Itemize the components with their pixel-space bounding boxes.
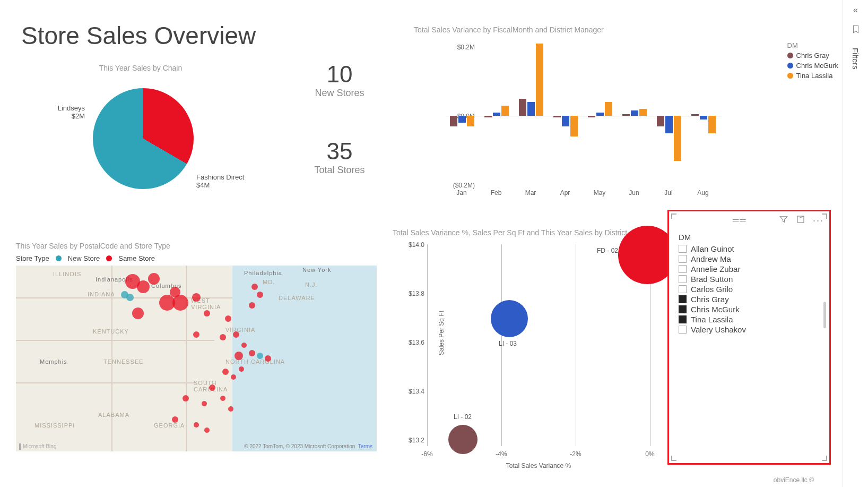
slicer-item[interactable]: Brad Sutton <box>679 274 820 284</box>
map-bubble[interactable] <box>239 366 244 372</box>
slicer-item[interactable]: Valery Ushakov <box>679 324 820 335</box>
bar[interactable] <box>622 114 630 116</box>
map-bubble[interactable] <box>209 385 215 391</box>
map-bubble[interactable] <box>192 293 201 302</box>
bar[interactable] <box>588 116 595 117</box>
map-bubble[interactable] <box>257 353 263 359</box>
bar[interactable] <box>450 116 457 126</box>
checkbox[interactable] <box>679 255 687 263</box>
map-bubble[interactable] <box>220 396 225 401</box>
map-bubble[interactable] <box>249 350 255 356</box>
slicer-item[interactable]: Carlos Grilo <box>679 284 820 294</box>
slicer-item[interactable]: Annelie Zubar <box>679 264 820 274</box>
slicer-item[interactable]: Chris McGurk <box>679 304 820 314</box>
bar[interactable] <box>553 116 561 117</box>
pie-chart[interactable]: This Year Sales by Chain Lindseys$2M Fas… <box>21 64 260 205</box>
map-terms-link[interactable]: Terms <box>358 443 372 449</box>
bar[interactable] <box>570 116 578 136</box>
city-label: Memphis <box>40 358 67 365</box>
bar-xlabel: Jun <box>618 189 650 196</box>
checkbox[interactable] <box>679 275 687 283</box>
map-bubble[interactable] <box>126 294 134 301</box>
kpi-total-stores[interactable]: 35 Total Stores <box>297 138 382 176</box>
map-bubble[interactable] <box>241 343 247 348</box>
bar[interactable] <box>657 116 664 126</box>
slicer-item[interactable]: Andrew Ma <box>679 254 820 264</box>
map-bubble[interactable] <box>204 310 210 317</box>
map-bubble[interactable] <box>233 331 239 338</box>
bar[interactable] <box>484 116 492 117</box>
bar[interactable] <box>536 44 543 116</box>
filters-pane-label[interactable]: Filters <box>851 48 860 70</box>
map-bubble[interactable] <box>193 331 199 338</box>
resize-handle[interactable] <box>671 213 676 219</box>
bar[interactable] <box>674 116 681 161</box>
bar[interactable] <box>596 113 604 116</box>
resize-handle[interactable] <box>822 456 827 461</box>
bar[interactable] <box>631 110 638 116</box>
scatter-chart[interactable]: Total Sales Variance %, Sales Per Sq Ft … <box>393 228 658 462</box>
map-bubble[interactable] <box>265 355 271 362</box>
kpi-new-stores[interactable]: 10 New Stores <box>297 61 382 99</box>
bar[interactable] <box>700 116 707 119</box>
map-visual[interactable]: This Year Sales by PostalCode and Store … <box>16 242 377 465</box>
map-bubble[interactable] <box>137 280 150 293</box>
map-bubble[interactable] <box>194 422 199 428</box>
map-bubble[interactable] <box>148 273 160 285</box>
checkbox[interactable] <box>679 315 687 323</box>
map-canvas[interactable]: ILLINOIS Indianapolis INDIANA Columbus W… <box>16 266 377 451</box>
bubble-li02[interactable] <box>448 425 478 454</box>
legend-item-mcgurk[interactable]: Chris McGurk <box>787 62 838 70</box>
map-bubble[interactable] <box>220 334 226 340</box>
resize-handle[interactable] <box>822 213 827 219</box>
focus-mode-icon[interactable] <box>796 215 805 226</box>
map-bubble[interactable] <box>235 352 243 360</box>
checkbox[interactable] <box>679 326 687 334</box>
resize-handle[interactable] <box>671 456 676 461</box>
map-bubble[interactable] <box>231 374 236 380</box>
filter-icon[interactable] <box>779 215 788 226</box>
slicer-item[interactable]: Allan Guinot <box>679 244 820 254</box>
bar[interactable] <box>501 106 509 116</box>
legend-item-lassila[interactable]: Tina Lassila <box>787 72 838 80</box>
map-bubble[interactable] <box>257 292 263 298</box>
bar[interactable] <box>493 113 500 116</box>
checkbox[interactable] <box>679 265 687 273</box>
scrollbar-thumb[interactable] <box>823 302 826 328</box>
dm-slicer[interactable]: ══ ··· DM Allan GuinotAndrew MaAnnelie Z… <box>667 210 831 465</box>
slicer-item[interactable]: Chris Gray <box>679 294 820 304</box>
bar[interactable] <box>458 116 466 123</box>
map-bubble[interactable] <box>132 307 144 319</box>
map-bubble[interactable] <box>228 406 233 412</box>
map-bubble[interactable] <box>183 395 189 401</box>
bar[interactable] <box>562 116 569 126</box>
map-bubble[interactable] <box>202 401 207 406</box>
checkbox[interactable] <box>679 285 687 293</box>
map-bubble[interactable] <box>225 315 231 322</box>
bar[interactable] <box>691 114 699 116</box>
bar[interactable] <box>665 116 673 133</box>
variance-bar-chart[interactable]: Total Sales Variance by FiscalMonth and … <box>414 25 753 190</box>
map-bubble[interactable] <box>249 302 255 309</box>
map-bubble[interactable] <box>251 284 258 290</box>
bar[interactable] <box>605 102 612 116</box>
checkbox[interactable] <box>679 295 687 303</box>
bar[interactable] <box>527 102 535 116</box>
checkbox[interactable] <box>679 305 687 313</box>
drag-handle-icon[interactable]: ══ <box>733 216 747 225</box>
bar[interactable] <box>519 99 526 116</box>
bubble-li03[interactable] <box>491 300 528 337</box>
bar-xlabel: Feb <box>480 189 512 196</box>
bookmark-icon[interactable] <box>851 24 861 36</box>
checkbox[interactable] <box>679 245 687 253</box>
map-bubble[interactable] <box>170 287 180 297</box>
map-bubble[interactable] <box>222 369 229 375</box>
map-bubble[interactable] <box>204 428 210 433</box>
slicer-item[interactable]: Tina Lassila <box>679 314 820 324</box>
collapse-pane-icon[interactable]: « <box>853 5 858 15</box>
bar[interactable] <box>639 109 647 116</box>
bar[interactable] <box>467 116 474 126</box>
legend-item-gray[interactable]: Chris Gray <box>787 52 838 59</box>
bar[interactable] <box>708 116 716 133</box>
map-bubble[interactable] <box>172 416 178 423</box>
